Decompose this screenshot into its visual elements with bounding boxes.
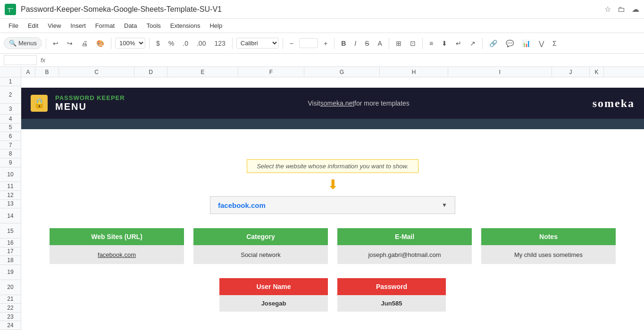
comment-button[interactable]: 💬 — [503, 38, 517, 49]
menu-insert[interactable]: Insert — [67, 21, 90, 31]
website-link[interactable]: facebook.com — [98, 251, 136, 258]
col-header-j[interactable]: J — [552, 67, 590, 77]
row-8[interactable]: 8 — [0, 149, 21, 158]
function-button[interactable]: Σ — [550, 38, 560, 49]
row-1[interactable]: 1 — [0, 77, 21, 86]
menu-extensions[interactable]: Extensions — [167, 21, 204, 31]
search-menus-button[interactable]: 🔍 Menus — [4, 37, 42, 49]
pk-title-large: MENU — [55, 101, 125, 112]
pk-card-notes: Notes My child uses sometimes — [481, 228, 616, 264]
decimal2-button[interactable]: .00 — [194, 38, 209, 49]
bold-button[interactable]: B — [338, 38, 349, 49]
search-icon: 🔍 — [9, 40, 17, 47]
pk-card-notes-value: My child uses sometimes — [481, 245, 616, 264]
strikethrough-button[interactable]: S — [362, 38, 372, 49]
filter-button[interactable]: ⋁ — [536, 38, 547, 49]
row-10[interactable]: 10 — [0, 167, 21, 182]
rotate-button[interactable]: ↗ — [467, 38, 478, 49]
menu-tools[interactable]: Tools — [142, 21, 164, 31]
row-2[interactable]: 2 — [0, 86, 21, 104]
font-size-input[interactable]: 11 — [299, 38, 318, 48]
toolbar-divider-3 — [149, 38, 150, 49]
col-header-e[interactable]: E — [167, 67, 238, 77]
toolbar-divider-7 — [389, 38, 389, 49]
col-header-f[interactable]: F — [238, 67, 304, 77]
menu-format[interactable]: Format — [92, 21, 118, 31]
folder-icon[interactable]: 🗀 — [618, 5, 625, 14]
valign-button[interactable]: ⬇ — [439, 38, 450, 49]
row-13[interactable]: 13 — [0, 200, 21, 209]
cloud-icon[interactable]: ☁ — [632, 5, 639, 14]
col-header-g[interactable]: G — [304, 67, 380, 77]
pk-selected-site: facebook.com — [218, 201, 266, 209]
number-button[interactable]: 123 — [211, 38, 228, 49]
pk-instruction-box: Select the website whose information you… — [247, 159, 418, 173]
toolbar-divider-4 — [232, 38, 233, 49]
row-15[interactable]: 15 — [0, 223, 21, 239]
font-size-increase[interactable]: + — [321, 38, 330, 49]
row-23[interactable]: 23 — [0, 313, 21, 322]
row-7[interactable]: 7 — [0, 141, 21, 150]
align-button[interactable]: ≡ — [427, 38, 436, 49]
redo-button[interactable]: ↪ — [64, 38, 75, 49]
italic-button[interactable]: I — [351, 38, 359, 49]
pk-pass-card-username: User Name Josegab — [219, 278, 328, 312]
row-21[interactable]: 21 — [0, 295, 21, 304]
wrap-button[interactable]: ↵ — [453, 38, 464, 49]
font-size-decrease[interactable]: − — [287, 38, 296, 49]
row-4[interactable]: 4 — [0, 115, 21, 124]
someka-link[interactable]: someka.net — [320, 99, 354, 107]
row-20[interactable]: 20 — [0, 280, 21, 295]
row-12[interactable]: 12 — [0, 191, 21, 200]
menu-view[interactable]: View — [44, 21, 65, 31]
decimal1-button[interactable]: .0 — [180, 38, 191, 49]
toolbar-divider-9 — [482, 38, 483, 49]
percent-button[interactable]: % — [166, 38, 177, 49]
title-icons: ☆ 🗀 ☁ — [604, 5, 639, 14]
row-16[interactable]: 16 — [0, 239, 21, 248]
pk-main: Select the website whose information you… — [21, 150, 644, 330]
pk-card-websites: Web Sites (URL) facebook.com — [50, 228, 184, 264]
col-header-d[interactable]: D — [134, 67, 167, 77]
chart-button[interactable]: 📊 — [519, 38, 533, 49]
col-header-a[interactable]: A — [21, 67, 35, 77]
row-18[interactable]: 18 — [0, 256, 21, 265]
row-11[interactable]: 11 — [0, 182, 21, 191]
pk-pass-value-password: Jun585 — [337, 295, 446, 312]
menu-edit[interactable]: Edit — [24, 21, 42, 31]
col-header-c[interactable]: C — [59, 67, 134, 77]
col-header-b[interactable]: B — [35, 67, 59, 77]
pk-subheader — [21, 119, 644, 129]
row-22[interactable]: 22 — [0, 304, 21, 313]
merge-button[interactable]: ⊡ — [407, 38, 418, 49]
row-24[interactable]: 24 — [0, 321, 21, 330]
currency-button[interactable]: $ — [153, 38, 163, 49]
row-6[interactable]: 6 — [0, 132, 21, 141]
row-17[interactable]: 17 — [0, 248, 21, 256]
cell-reference-input[interactable]: M27 — [4, 55, 37, 65]
borders-button[interactable]: ⊞ — [393, 38, 404, 49]
paint-format-button[interactable]: 🎨 — [93, 38, 107, 49]
col-header-i[interactable]: I — [448, 67, 552, 77]
row-9[interactable]: 9 — [0, 158, 21, 167]
col-header-k[interactable]: K — [590, 67, 604, 77]
star-icon[interactable]: ☆ — [604, 5, 611, 14]
undo-button[interactable]: ↩ — [50, 38, 61, 49]
menu-help[interactable]: Help — [206, 21, 226, 31]
toolbar-divider-2 — [111, 38, 111, 49]
col-header-h[interactable]: H — [380, 67, 448, 77]
menu-data[interactable]: Data — [120, 21, 141, 31]
font-select[interactable]: Calibri Arial — [236, 38, 279, 49]
print-button[interactable]: 🖨 — [78, 38, 91, 49]
down-arrow-icon: ⬇ — [327, 177, 338, 192]
row-3[interactable]: 3 — [0, 104, 21, 115]
text-color-button[interactable]: A — [375, 38, 385, 49]
zoom-select[interactable]: 100% 75% 125% — [115, 38, 145, 49]
pk-site-dropdown[interactable]: facebook.com ▼ — [210, 196, 455, 214]
row-19[interactable]: 19 — [0, 265, 21, 280]
pk-card-email-header: E-Mail — [337, 228, 472, 245]
row-14[interactable]: 14 — [0, 208, 21, 223]
link-button[interactable]: 🔗 — [486, 38, 500, 49]
menu-file[interactable]: File — [5, 21, 22, 31]
row-5[interactable]: 5 — [0, 124, 21, 132]
